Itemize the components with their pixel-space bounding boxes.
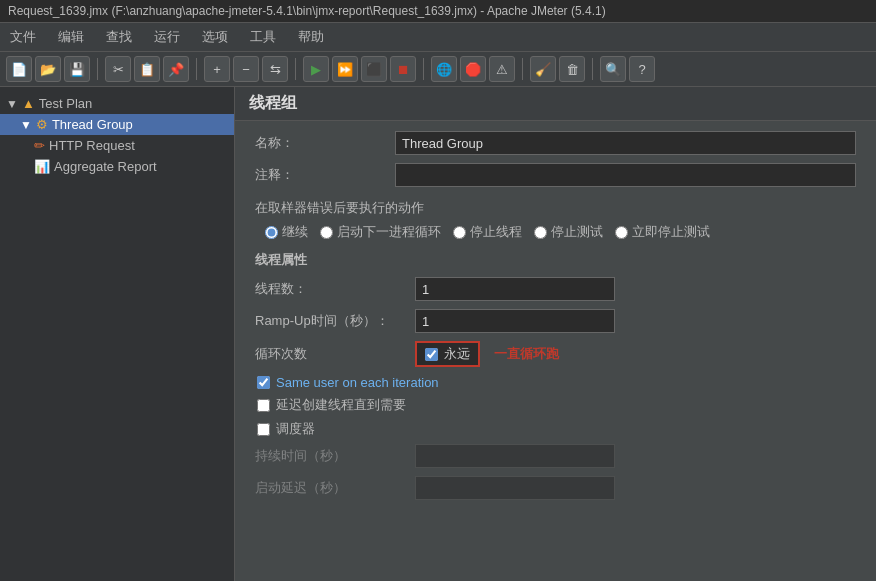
loop-label: 循环次数 bbox=[255, 345, 415, 363]
menu-options[interactable]: 选项 bbox=[198, 26, 232, 48]
remote-start-btn[interactable]: 🌐 bbox=[431, 56, 457, 82]
delay-thread-label: 延迟创建线程直到需要 bbox=[276, 396, 406, 414]
sidebar-item-http-request[interactable]: ✏ HTTP Request bbox=[0, 135, 234, 156]
paste-btn[interactable]: 📌 bbox=[163, 56, 189, 82]
comment-label: 注释： bbox=[255, 166, 395, 184]
comment-input[interactable] bbox=[395, 163, 856, 187]
delay-thread-checkbox[interactable] bbox=[257, 399, 270, 412]
sidebar-item-thread-group[interactable]: ▼ ⚙ Thread Group bbox=[0, 114, 234, 135]
name-label: 名称： bbox=[255, 134, 395, 152]
expand-icon: ▼ bbox=[6, 97, 18, 111]
start-delay-label: 启动延迟（秒） bbox=[255, 479, 415, 497]
menu-tools[interactable]: 工具 bbox=[246, 26, 280, 48]
shutdown-btn[interactable]: ⏹ bbox=[390, 56, 416, 82]
radio-stop-thread-input[interactable] bbox=[453, 226, 466, 239]
radio-continue-input[interactable] bbox=[265, 226, 278, 239]
menu-run[interactable]: 运行 bbox=[150, 26, 184, 48]
help-btn[interactable]: ? bbox=[629, 56, 655, 82]
radio-start-next[interactable]: 启动下一进程循环 bbox=[320, 223, 441, 241]
start-no-pause-btn[interactable]: ⏩ bbox=[332, 56, 358, 82]
remote-stop-btn[interactable]: 🛑 bbox=[460, 56, 486, 82]
thread-count-label: 线程数： bbox=[255, 280, 415, 298]
open-btn[interactable]: 📂 bbox=[35, 56, 61, 82]
radio-stop-test-input[interactable] bbox=[534, 226, 547, 239]
radio-stop-now[interactable]: 立即停止测试 bbox=[615, 223, 710, 241]
toolbar-sep-2 bbox=[196, 58, 197, 80]
sidebar-item-aggregate-report[interactable]: 📊 Aggregate Report bbox=[0, 156, 234, 177]
radio-stop-thread[interactable]: 停止线程 bbox=[453, 223, 522, 241]
ramp-up-row: Ramp-Up时间（秒）： bbox=[255, 309, 856, 333]
radio-stop-test-label: 停止测试 bbox=[551, 223, 603, 241]
stop-btn[interactable]: ⬛ bbox=[361, 56, 387, 82]
loop-running-text: 一直循环跑 bbox=[494, 345, 559, 363]
main-layout: ▼ ▲ Test Plan ▼ ⚙ Thread Group ✏ HTTP Re… bbox=[0, 87, 876, 581]
clear-btn[interactable]: 🧹 bbox=[530, 56, 556, 82]
scheduler-label: 调度器 bbox=[276, 420, 315, 438]
forever-label: 永远 bbox=[444, 345, 470, 363]
forever-box: 永远 bbox=[415, 341, 480, 367]
sidebar-label-http-request: HTTP Request bbox=[49, 138, 135, 153]
menu-bar: 文件 编辑 查找 运行 选项 工具 帮助 bbox=[0, 23, 876, 52]
same-user-checkbox[interactable] bbox=[257, 376, 270, 389]
toolbar: 📄 📂 💾 ✂ 📋 📌 + − ⇆ ▶ ⏩ ⬛ ⏹ 🌐 🛑 ⚠ 🧹 🗑 🔍 ? bbox=[0, 52, 876, 87]
radio-stop-now-label: 立即停止测试 bbox=[632, 223, 710, 241]
expand-icon-thread: ▼ bbox=[20, 118, 32, 132]
radio-group: 继续 启动下一进程循环 停止线程 停止测试 立即停止测试 bbox=[255, 223, 856, 241]
start-btn[interactable]: ▶ bbox=[303, 56, 329, 82]
thread-group-icon: ⚙ bbox=[36, 117, 48, 132]
sidebar-label-test-plan: Test Plan bbox=[39, 96, 92, 111]
content-area: 线程组 名称： 注释： 在取样器错误后要执行的动作 继续 bbox=[235, 87, 876, 581]
search-btn[interactable]: 🔍 bbox=[600, 56, 626, 82]
radio-start-next-label: 启动下一进程循环 bbox=[337, 223, 441, 241]
delay-thread-row[interactable]: 延迟创建线程直到需要 bbox=[255, 396, 856, 414]
radio-continue[interactable]: 继续 bbox=[265, 223, 308, 241]
duration-label: 持续时间（秒） bbox=[255, 447, 415, 465]
toolbar-sep-3 bbox=[295, 58, 296, 80]
menu-find[interactable]: 查找 bbox=[102, 26, 136, 48]
toolbar-sep-6 bbox=[592, 58, 593, 80]
same-user-row[interactable]: Same user on each iteration bbox=[255, 375, 856, 390]
sidebar-item-test-plan[interactable]: ▼ ▲ Test Plan bbox=[0, 93, 234, 114]
http-request-icon: ✏ bbox=[34, 138, 45, 153]
new-btn[interactable]: 📄 bbox=[6, 56, 32, 82]
radio-stop-test[interactable]: 停止测试 bbox=[534, 223, 603, 241]
scheduler-row[interactable]: 调度器 bbox=[255, 420, 856, 438]
scheduler-checkbox[interactable] bbox=[257, 423, 270, 436]
thread-count-row: 线程数： bbox=[255, 277, 856, 301]
clear-all-btn[interactable]: 🗑 bbox=[559, 56, 585, 82]
start-delay-row: 启动延迟（秒） bbox=[255, 476, 856, 500]
toggle-btn[interactable]: ⇆ bbox=[262, 56, 288, 82]
cut-btn[interactable]: ✂ bbox=[105, 56, 131, 82]
save-btn[interactable]: 💾 bbox=[64, 56, 90, 82]
forever-checkbox[interactable] bbox=[425, 348, 438, 361]
expand-btn[interactable]: + bbox=[204, 56, 230, 82]
name-row: 名称： bbox=[255, 131, 856, 155]
section-title: 线程组 bbox=[249, 94, 297, 111]
toolbar-sep-1 bbox=[97, 58, 98, 80]
duration-row: 持续时间（秒） bbox=[255, 444, 856, 468]
menu-help[interactable]: 帮助 bbox=[294, 26, 328, 48]
title-text: Request_1639.jmx (F:\anzhuang\apache-jme… bbox=[8, 4, 606, 18]
toolbar-sep-5 bbox=[522, 58, 523, 80]
radio-continue-label: 继续 bbox=[282, 223, 308, 241]
name-input[interactable] bbox=[395, 131, 856, 155]
duration-input[interactable] bbox=[415, 444, 615, 468]
sidebar-label-aggregate-report: Aggregate Report bbox=[54, 159, 157, 174]
radio-stop-thread-label: 停止线程 bbox=[470, 223, 522, 241]
remote-shutdown-btn[interactable]: ⚠ bbox=[489, 56, 515, 82]
form-area: 名称： 注释： 在取样器错误后要执行的动作 继续 启动下一进程循环 bbox=[235, 121, 876, 518]
menu-edit[interactable]: 编辑 bbox=[54, 26, 88, 48]
menu-file[interactable]: 文件 bbox=[6, 26, 40, 48]
collapse-btn[interactable]: − bbox=[233, 56, 259, 82]
thread-count-input[interactable] bbox=[415, 277, 615, 301]
ramp-up-input[interactable] bbox=[415, 309, 615, 333]
radio-start-next-input[interactable] bbox=[320, 226, 333, 239]
comment-row: 注释： bbox=[255, 163, 856, 187]
sidebar-label-thread-group: Thread Group bbox=[52, 117, 133, 132]
radio-stop-now-input[interactable] bbox=[615, 226, 628, 239]
copy-btn[interactable]: 📋 bbox=[134, 56, 160, 82]
ramp-up-label: Ramp-Up时间（秒）： bbox=[255, 312, 415, 330]
thread-props-label: 线程属性 bbox=[255, 251, 856, 269]
same-user-label: Same user on each iteration bbox=[276, 375, 439, 390]
start-delay-input[interactable] bbox=[415, 476, 615, 500]
